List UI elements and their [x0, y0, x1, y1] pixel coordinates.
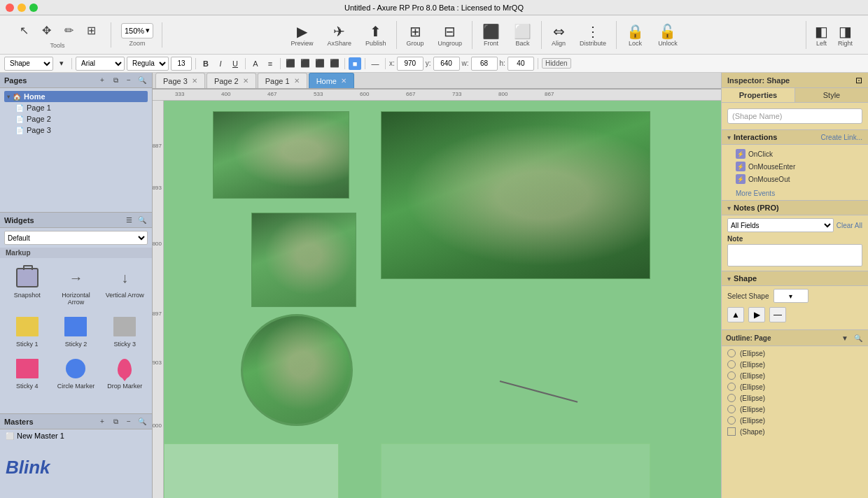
- widgets-menu-icon[interactable]: ☰: [123, 215, 134, 226]
- zoom-control[interactable]: 150% ▾: [121, 23, 153, 38]
- sticky4-widget[interactable]: Sticky 4: [4, 353, 50, 392]
- page3-item[interactable]: 📄 Page 3: [4, 124, 148, 136]
- group-tool[interactable]: ⊞ Group: [400, 20, 431, 50]
- outline-item-8[interactable]: (Shape): [722, 426, 868, 437]
- horiz-arrow-widget[interactable]: → Horizontal Arrow: [53, 262, 99, 308]
- home-page-item[interactable]: ▾ 🏠 Home: [4, 91, 148, 102]
- distribute-tool[interactable]: ⋮ Distribute: [573, 20, 613, 50]
- underline-button[interactable]: U: [229, 57, 241, 70]
- axshare-tool[interactable]: ✈ AxShare: [320, 20, 358, 50]
- y-input[interactable]: [433, 57, 460, 71]
- masters-delete-icon[interactable]: −: [123, 416, 134, 427]
- format-btn-arrow[interactable]: ▾: [55, 57, 68, 70]
- new-master-item[interactable]: ⬜ New Master 1: [0, 429, 152, 442]
- ungroup-tool[interactable]: ⊟ Ungroup: [431, 20, 470, 50]
- align-tool[interactable]: ⇔ Align: [545, 20, 573, 50]
- outline-item-2[interactable]: (Ellipse): [722, 359, 868, 370]
- clear-all-button[interactable]: Clear All: [836, 222, 862, 229]
- fill-color-button[interactable]: ■: [349, 57, 361, 70]
- pages-search-icon[interactable]: 🔍: [136, 75, 148, 86]
- shape-type-select[interactable]: Shape: [4, 57, 53, 71]
- minimize-button[interactable]: [18, 3, 26, 12]
- font-size-input[interactable]: [171, 57, 192, 71]
- notes-section-header[interactable]: ▾ Notes (PRO): [722, 200, 868, 215]
- outline-search-icon[interactable]: 🔍: [853, 332, 864, 343]
- unlock-tool[interactable]: 🔓 Unlock: [651, 20, 685, 50]
- italic-button[interactable]: I: [214, 57, 227, 70]
- shape-section-header[interactable]: ▾ Shape: [722, 271, 868, 286]
- canvas[interactable]: 333 400 467 533 600 667 733 800 867 887 …: [153, 90, 721, 498]
- onmouseenter-item[interactable]: ⚡ OnMouseEnter: [736, 160, 862, 173]
- snapshot-widget[interactable]: Snapshot: [4, 262, 50, 308]
- maximize-button[interactable]: [29, 3, 38, 12]
- outline-item-4[interactable]: (Ellipse): [722, 381, 868, 392]
- align-left-button[interactable]: ⬛: [284, 57, 297, 70]
- onmouseout-item[interactable]: ⚡ OnMouseOut: [736, 173, 862, 185]
- align-center-button[interactable]: ⬛: [299, 57, 312, 70]
- drop-marker-widget[interactable]: Drop Marker: [102, 353, 148, 392]
- select-tool[interactable]: ↖: [14, 21, 34, 41]
- left-align-tool[interactable]: ◧ Left: [811, 22, 832, 48]
- image-1[interactable]: [213, 111, 349, 199]
- sticky3-widget[interactable]: Sticky 3: [102, 311, 148, 350]
- rect-bottom-right[interactable]: [381, 443, 650, 498]
- font-color-button[interactable]: A: [249, 57, 262, 70]
- masters-duplicate-icon[interactable]: ⧉: [110, 416, 121, 427]
- diagonal-line[interactable]: [500, 380, 578, 403]
- shape-btn-other[interactable]: —: [769, 307, 786, 322]
- masters-search-icon[interactable]: 🔍: [136, 416, 148, 427]
- h-input[interactable]: [507, 57, 534, 71]
- notes-field-select[interactable]: All Fields: [727, 218, 834, 232]
- widgets-search-icon[interactable]: 🔍: [136, 215, 148, 226]
- create-link-action[interactable]: Create Link...: [821, 134, 862, 141]
- shape-btn-triangle[interactable]: ▲: [727, 307, 744, 322]
- image-circle[interactable]: [241, 314, 353, 426]
- shape-btn-arrow[interactable]: ▶: [748, 307, 765, 322]
- pages-delete-icon[interactable]: −: [123, 75, 134, 86]
- bold-button[interactable]: B: [200, 57, 212, 70]
- tab-style[interactable]: Style: [795, 88, 868, 102]
- vert-arrow-widget[interactable]: ↓ Vertical Arrow: [102, 262, 148, 308]
- pages-duplicate-icon[interactable]: ⧉: [110, 75, 121, 86]
- tab-page1[interactable]: Page 1 ✕: [258, 73, 307, 88]
- canvas-green[interactable]: [164, 101, 721, 498]
- outline-filter-icon[interactable]: ▼: [839, 332, 850, 343]
- pen-tool[interactable]: ✏: [59, 21, 78, 41]
- publish-tool[interactable]: ⬆ Publish: [358, 20, 393, 50]
- tab-home[interactable]: Home ✕: [309, 73, 354, 88]
- more-events-link[interactable]: More Events: [722, 188, 868, 200]
- list-button[interactable]: ≡: [264, 57, 276, 70]
- widget-category-select[interactable]: Default: [4, 231, 148, 245]
- tab-page2-close[interactable]: ✕: [243, 77, 248, 85]
- preview-tool[interactable]: ▶ Preview: [284, 20, 320, 50]
- page2-item[interactable]: 📄 Page 2: [4, 113, 148, 124]
- image-3[interactable]: [251, 213, 356, 307]
- rect-bottom-left[interactable]: [164, 443, 339, 498]
- w-input[interactable]: [471, 57, 498, 71]
- outline-item-3[interactable]: (Ellipse): [722, 370, 868, 381]
- circle-marker-widget[interactable]: Circle Marker: [53, 353, 99, 392]
- tab-properties[interactable]: Properties: [722, 88, 795, 102]
- line-color-button[interactable]: —: [369, 57, 382, 70]
- shape-name-field[interactable]: (Shape Name): [727, 108, 862, 124]
- crop-tool[interactable]: ⊞: [81, 21, 101, 41]
- font-family-select[interactable]: Arial: [76, 57, 125, 71]
- sticky1-widget[interactable]: Sticky 1: [4, 311, 50, 350]
- back-tool[interactable]: ⬜ Back: [507, 20, 538, 50]
- masters-add-icon[interactable]: +: [97, 416, 108, 427]
- page1-item[interactable]: 📄 Page 1: [4, 102, 148, 113]
- note-textarea[interactable]: [727, 244, 862, 266]
- align-justify-button[interactable]: ⬛: [328, 57, 341, 70]
- close-button[interactable]: [6, 3, 14, 12]
- align-right-button[interactable]: ⬛: [314, 57, 326, 70]
- tab-page3[interactable]: Page 3 ✕: [155, 73, 205, 88]
- interactions-section-header[interactable]: ▾ Interactions Create Link...: [722, 129, 868, 145]
- font-style-select[interactable]: Regular: [127, 57, 169, 71]
- tab-home-close[interactable]: ✕: [341, 77, 346, 85]
- tab-page2[interactable]: Page 2 ✕: [206, 73, 256, 88]
- lock-tool[interactable]: 🔒 Lock: [620, 20, 651, 50]
- shape-selector[interactable]: ▾: [774, 289, 808, 303]
- pages-add-icon[interactable]: +: [97, 75, 108, 86]
- onclick-item[interactable]: ⚡ OnClick: [736, 148, 862, 160]
- x-input[interactable]: [397, 57, 424, 71]
